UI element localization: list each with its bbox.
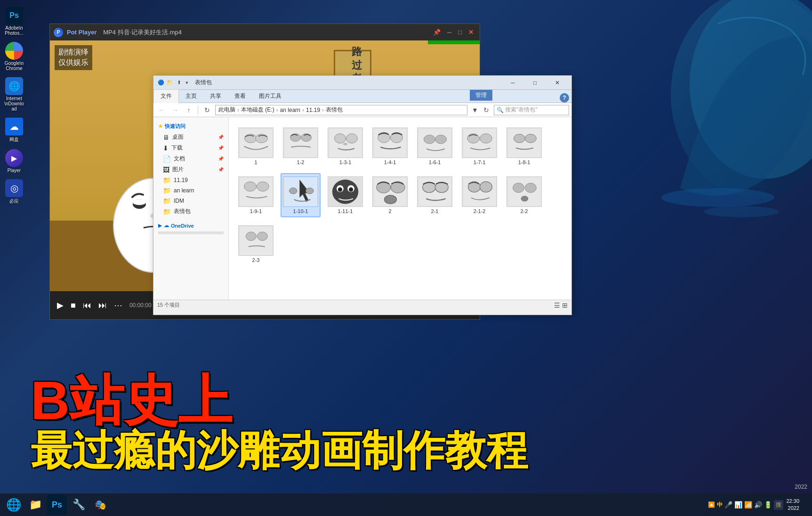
file-item-1-7-1[interactable]: 1-7-1 — [459, 124, 499, 168]
ribbon-tab-home[interactable]: 主页 — [179, 90, 203, 103]
taskbar-tool2[interactable]: 🎭 — [90, 495, 110, 515]
file-item-2-1-2[interactable]: 2-1-2 — [459, 173, 499, 217]
explorer-maximize-btn[interactable]: □ — [524, 78, 546, 87]
desktop-icon-label-internet: Internet\nDownload — [4, 96, 24, 111]
desktop-icon-google[interactable]: Google\nChrome — [2, 40, 26, 73]
quick-access-dropdown[interactable]: ▼ — [184, 79, 190, 87]
svg-rect-42 — [508, 129, 540, 157]
potplayer-pin-btn[interactable]: 📌 — [431, 29, 443, 36]
potplayer-close-btn[interactable]: ✕ — [466, 29, 476, 36]
nav-refresh-btn[interactable]: ↻ — [201, 104, 213, 116]
ribbon-tab-row: 管理 文件 主页 共享 查看 图片工具 ? — [153, 90, 571, 103]
sidebar-section-onedrive[interactable]: ▶ ☁ OneDrive — [153, 221, 228, 230]
svg-point-6 — [133, 199, 146, 205]
file-item-2-1[interactable]: 2-1 — [415, 173, 455, 217]
potplayer-minimize-btn[interactable]: ─ — [445, 29, 454, 36]
file-item-1-3-1[interactable]: 1-3-1 — [325, 124, 365, 168]
tray-battery[interactable]: 🔋 — [764, 501, 772, 508]
file-item-1[interactable]: 1 — [236, 124, 276, 168]
sidebar-item-documents[interactable]: 📄 文档 📌 — [153, 153, 228, 164]
path-item-disk[interactable]: 本地磁盘 (E:) — [241, 106, 274, 114]
explorer-sidebar: ★ 快速访问 🖥 桌面 📌 ⬇ 下载 📌 📄 文档 📌 🖼 图片 � — [153, 117, 229, 300]
tray-lang-indicator[interactable]: 中 — [717, 501, 723, 509]
sidebar-section-onedrive-label: OneDrive — [171, 223, 194, 229]
help-button[interactable]: ? — [560, 93, 569, 103]
svg-rect-26 — [284, 129, 317, 157]
quick-access-btn2[interactable]: 📁 — [166, 79, 174, 87]
prev-button[interactable]: ⏮ — [83, 301, 91, 310]
quick-access-btn1[interactable]: 🔵 — [157, 79, 165, 87]
play-button[interactable]: ▶ — [57, 300, 64, 310]
taskbar-start-edge[interactable]: 🌐 — [4, 495, 24, 515]
taskbar-files[interactable]: 📁 — [25, 495, 45, 515]
tray-taskbar-icon[interactable]: 📊 — [734, 501, 742, 508]
grid-view-btn[interactable]: ⊞ — [562, 302, 568, 309]
path-item-biaoqing[interactable]: 表情包 — [326, 106, 343, 114]
file-item-2-2[interactable]: 2-2 — [504, 173, 544, 217]
file-item-1-8-1[interactable]: 1-8-1 — [504, 124, 544, 168]
sidebar-item-download[interactable]: ⬇ 下载 📌 — [153, 143, 228, 153]
nav-back-btn[interactable]: ← — [156, 104, 167, 116]
refresh-btn[interactable]: ↻ — [481, 105, 491, 115]
potplayer-logo: P — [54, 28, 63, 37]
show-desktop-btn[interactable] — [802, 495, 804, 514]
file-thumbnail-2 — [372, 176, 408, 207]
quick-access-toolbar: 🔵 📁 ⬆ ▼ — [157, 79, 190, 87]
tray-sogou[interactable]: 搜 — [774, 500, 783, 510]
path-item-computer[interactable]: 此电脑 — [218, 106, 235, 114]
file-item-1-9-1[interactable]: 1-9-1 — [236, 173, 276, 217]
desktop-icon-netdisk[interactable]: ☁ 网盘 — [2, 116, 26, 145]
nav-forward-btn[interactable]: → — [169, 104, 181, 116]
sidebar-section-quickaccess[interactable]: ★ 快速访问 — [153, 121, 228, 132]
sidebar-item-desktop[interactable]: 🖥 桌面 📌 — [153, 132, 228, 143]
file-name-2-1: 2-1 — [431, 208, 439, 214]
file-item-1-6-1[interactable]: 1-6-1 — [415, 124, 455, 168]
desktop-icon-potplayer[interactable]: ▶ Player — [2, 147, 26, 175]
more-button[interactable]: ⋯ — [114, 300, 122, 310]
list-view-btn[interactable]: ☰ — [554, 302, 560, 309]
tray-volume[interactable]: 🔊 — [754, 501, 762, 508]
search-box[interactable]: 🔍 搜索"表情包" — [494, 105, 569, 115]
ribbon-tab-picture-tools[interactable]: 图片工具 — [252, 90, 288, 103]
path-item-anlearn[interactable]: an learn — [280, 107, 300, 113]
sidebar-item-biaoqing[interactable]: 📁 表情包 — [153, 206, 228, 217]
file-item-1-4-1[interactable]: 1-4-1 — [370, 124, 410, 168]
time-display: 00:00:00 — [129, 302, 152, 309]
taskbar-clock[interactable]: 22:30 2022 — [786, 498, 799, 512]
tray-network[interactable]: 📶 — [744, 501, 752, 508]
taskbar-ps[interactable]: Ps — [47, 495, 67, 515]
ribbon-tab-share[interactable]: 共享 — [203, 90, 228, 103]
file-item-2[interactable]: 2 — [370, 173, 410, 217]
sidebar-item-anlearn[interactable]: 📁 an learn — [153, 185, 228, 196]
file-item-1-2[interactable]: 1-2 — [281, 124, 321, 168]
explorer-close-btn[interactable]: ✕ — [547, 78, 568, 87]
ribbon-tab-view[interactable]: 查看 — [228, 90, 252, 103]
tray-mic[interactable]: 🎤 — [724, 501, 732, 508]
manage-tab-badge[interactable]: 管理 — [470, 90, 492, 101]
ribbon-tab-file[interactable]: 文件 — [153, 89, 179, 103]
ribbon-help-area: ? — [560, 93, 571, 103]
next-button[interactable]: ⏭ — [98, 301, 107, 310]
file-item-1-11-1[interactable]: 1-11-1 — [325, 173, 365, 217]
sidebar-item-1119[interactable]: 📁 11.19 — [153, 175, 228, 185]
file-item-2-3[interactable]: 2-3 — [236, 222, 276, 266]
explorer-minimize-btn[interactable]: ─ — [502, 78, 523, 87]
desktop-icon-adobe-ps[interactable]: Ps Adobe\nPhotos... — [2, 5, 26, 38]
file-thumbnail-1-7-1 — [462, 127, 497, 158]
sidebar-item-idm[interactable]: 📁 IDM — [153, 196, 228, 206]
tray-show-hidden[interactable]: 🔼 — [708, 501, 715, 508]
file-item-1-10-1[interactable]: 1-10-1 — [281, 173, 321, 217]
stop-button[interactable]: ■ — [71, 301, 76, 310]
desktop-icon-misc[interactable]: ◎ 必应 — [2, 177, 26, 206]
taskbar-tool1[interactable]: 🔧 — [69, 495, 88, 515]
explorer-win-controls: ─ □ ✕ — [502, 78, 568, 87]
quick-access-btn3[interactable]: ⬆ — [175, 79, 183, 87]
desktop-icon-internet[interactable]: 🌐 Internet\nDownload — [2, 75, 26, 113]
sidebar-item-pictures[interactable]: 🖼 图片 📌 — [153, 164, 228, 175]
nav-up-btn[interactable]: ↑ — [183, 104, 194, 116]
address-dropdown-btn[interactable]: ▼ — [470, 105, 480, 115]
address-path-bar[interactable]: 此电脑 › 本地磁盘 (E:) › an learn › 11.19 › 表情包 — [215, 105, 467, 115]
desktop-icon-label-misc: 必应 — [9, 198, 19, 205]
path-item-1119[interactable]: 11.19 — [306, 107, 320, 113]
potplayer-restore-btn[interactable]: □ — [456, 29, 464, 36]
